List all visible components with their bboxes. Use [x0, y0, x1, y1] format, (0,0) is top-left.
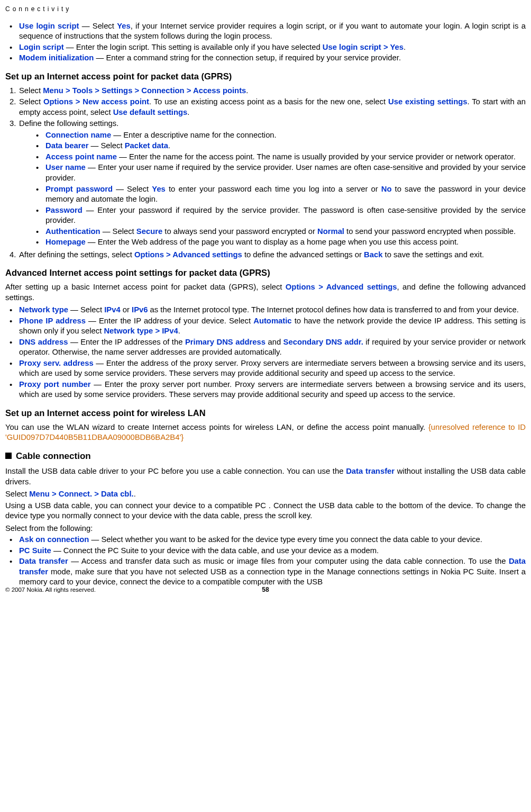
menu: Tools [72, 86, 93, 95]
text: — Enter a descriptive name for the conne… [111, 131, 277, 139]
list-item: Access point name — Enter the name for t… [36, 152, 526, 163]
text: . [168, 141, 170, 150]
value: Yes [152, 185, 166, 193]
list-item: PC Suite — Connect the PC Suite to your … [10, 546, 526, 556]
text: Select [19, 97, 43, 106]
list-item: Phone IP address — Enter the IP address … [10, 316, 526, 337]
cable-p3: Using a USB data cable, you can connect … [5, 501, 526, 521]
term: Proxy serv. address [19, 359, 94, 367]
list-item: DNS address — Enter the IP addresses of … [10, 337, 526, 358]
term: Use login script [19, 22, 79, 30]
square-bullet-icon [5, 453, 12, 459]
menu: Advanced settings [172, 250, 242, 259]
sep: > [132, 86, 141, 95]
list-item: Ask on connection — Select whether you w… [10, 535, 526, 545]
value: Network type [104, 327, 153, 335]
term: Phone IP address [19, 317, 86, 325]
text: After defining the settings, select [19, 250, 134, 259]
list-item: Connection name — Enter a descriptive na… [36, 130, 526, 141]
list-item: Data transfer — Access and transfer data… [10, 556, 526, 588]
term: Prompt password [45, 185, 113, 193]
list-item: Login script — Enter the login script. T… [10, 42, 526, 53]
list-item: Data bearer — Select Packet data. [36, 141, 526, 151]
list-item: Proxy port number — Enter the proxy serv… [10, 380, 526, 400]
cable-p4: Select from the following: [5, 524, 526, 534]
text: — Enter a command string for the connect… [94, 53, 401, 62]
copyright: © 2007 Nokia. All rights reserved. [5, 587, 96, 593]
list-item: Proxy serv. address — Enter the address … [10, 358, 526, 379]
wlan-para: You can use the WLAN wizard to create In… [5, 422, 526, 443]
cable-p1: Install the USB data cable driver to you… [5, 466, 526, 487]
term: Authentication [45, 227, 100, 236]
text: — Enter the IP addresses of the [68, 338, 185, 346]
text: — Select [79, 22, 117, 30]
menu: Data cbl. [101, 490, 134, 498]
text: mode, make sure that you have not select… [19, 567, 526, 587]
text: . To use an existing access point as a b… [149, 97, 388, 106]
text: Define the following settings. [19, 119, 118, 128]
text: — Enter the IP address of your device. S… [86, 317, 253, 325]
term: Homepage [45, 238, 86, 246]
text: — Enter the Web address of the page you … [86, 238, 459, 246]
text: . [246, 86, 248, 95]
sep: > [164, 250, 172, 259]
term: PC Suite [19, 546, 51, 555]
text: — Enter your password if required by the… [45, 206, 526, 225]
value: Automatic [253, 317, 291, 325]
value: IPv4 [104, 305, 120, 314]
term: Data transfer [19, 557, 68, 565]
term: Data bearer [45, 141, 88, 150]
sep: > [93, 86, 102, 95]
term: Modem initialization [19, 53, 94, 62]
value: IPv4 [162, 327, 178, 335]
value: IPv6 [132, 305, 148, 314]
value: Use existing settings [388, 97, 468, 106]
term: Network type [19, 305, 68, 314]
sep: > [381, 43, 390, 51]
term: Password [45, 206, 83, 214]
text: to always send your password encrypted o… [162, 227, 317, 236]
list-item: Authentication — Select Secure to always… [36, 227, 526, 237]
list-item: User name — Enter your user name if requ… [36, 163, 526, 183]
page-footer: © 2007 Nokia. All rights reserved. 58 [5, 586, 526, 594]
text: . [187, 108, 189, 116]
step-1: Select Menu > Tools > Settings > Connect… [10, 86, 526, 96]
menu: Back [364, 250, 382, 259]
menu: Connection [141, 86, 184, 95]
value: No [381, 185, 392, 193]
list-item: Modem initialization — Enter a command s… [10, 53, 526, 64]
value: Yes [390, 43, 404, 51]
menu: Settings [102, 86, 132, 95]
text: — Access and transfer data such as music… [68, 557, 509, 565]
gprs-steps: Select Menu > Tools > Settings > Connect… [5, 86, 526, 260]
section-heading-gprs-advanced: Advanced Internet access point settings … [5, 267, 526, 279]
term: Access point name [45, 152, 117, 161]
term: Proxy port number [19, 380, 91, 389]
adv-bullet-list: Network type — Select IPv4 or IPv6 as th… [5, 305, 526, 400]
menu: Menu [43, 86, 63, 95]
step-2: Select Options > New access point. To us… [10, 97, 526, 118]
value: Secondary DNS addr. [283, 338, 363, 346]
text: — Select [68, 305, 104, 314]
text: — Enter the name for the access point. T… [117, 152, 516, 161]
text: . [134, 490, 136, 498]
text: Install the USB data cable driver to you… [5, 467, 346, 475]
text: — Enter your user name if required by th… [45, 163, 526, 182]
text: and [266, 338, 283, 346]
text: — Enter the address of the proxy server.… [19, 359, 526, 378]
term: DNS address [19, 338, 68, 346]
list-item: Use login script — Select Yes, if your I… [10, 21, 526, 42]
page-header: Connectivity [5, 5, 526, 14]
text: . [404, 43, 406, 51]
text: to save the settings and exit. [382, 250, 484, 259]
sep: > [315, 283, 326, 291]
menu: Options [43, 97, 73, 106]
adv-intro: After setting up a basic Internet access… [5, 282, 526, 303]
sep: > [63, 86, 72, 95]
intro-bullet-list: Use login script — Select Yes, if your I… [5, 21, 526, 64]
sep: > [92, 490, 101, 498]
text: to enter your password each time you log… [166, 185, 381, 193]
menu: Menu [29, 490, 50, 498]
text: Select [19, 86, 43, 95]
value: Use login script [323, 43, 381, 51]
